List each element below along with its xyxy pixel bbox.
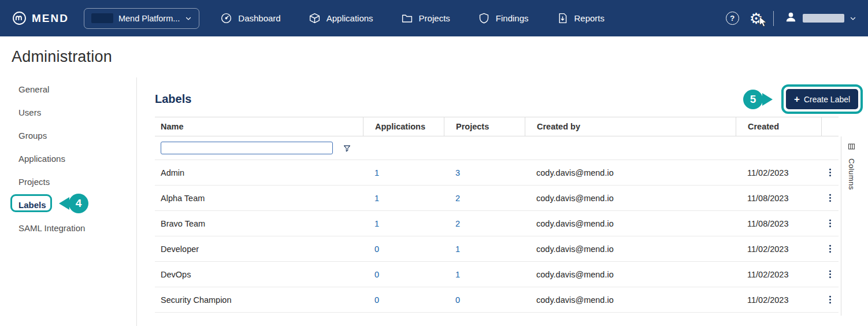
annotation-arrow-left <box>59 197 69 210</box>
created-by: cody.davis@mend.io <box>525 270 736 279</box>
projects-count-link[interactable]: 1 <box>455 270 460 279</box>
redacted-org-name <box>91 13 113 23</box>
label-name: Security Champion <box>155 295 363 305</box>
columns-icon <box>847 142 856 153</box>
applications-count-link[interactable]: 1 <box>374 194 379 203</box>
nav-item-label: Projects <box>419 13 450 23</box>
created-date: 11/02/2023 <box>736 295 821 305</box>
top-navbar: MEND Mend Platform... Dashboard Applicat… <box>0 0 868 36</box>
applications-count-link[interactable]: 0 <box>374 244 379 254</box>
columns-panel-toggle[interactable]: Columns <box>841 136 862 316</box>
applications-count-link[interactable]: 0 <box>374 270 379 279</box>
page-header: Administration <box>0 36 868 77</box>
navbar-right: ? ⚙ <box>726 10 856 26</box>
created-date: 11/02/2023 <box>736 270 821 279</box>
create-label-button[interactable]: + Create Label <box>786 89 858 109</box>
sidebar-item-label: Applications <box>18 154 65 164</box>
row-menu-button[interactable] <box>825 218 835 228</box>
sidebar-item-saml-integration[interactable]: SAML Integration <box>0 216 136 239</box>
org-selector-label: Mend Platform... <box>118 14 180 23</box>
findings-icon <box>478 12 490 24</box>
chevron-down-icon <box>850 15 856 22</box>
sidebar-item-label: SAML Integration <box>18 223 85 233</box>
sidebar-item-applications[interactable]: Applications <box>0 147 136 170</box>
labels-heading: Labels <box>155 92 191 106</box>
projects-count-link[interactable]: 2 <box>455 219 460 228</box>
page-title: Administration <box>12 48 112 66</box>
labels-table: Name Applications Projects Created by Cr… <box>155 117 839 313</box>
label-name: Alpha Team <box>155 194 363 203</box>
sidebar-item-label: Projects <box>18 177 50 187</box>
annotation-arrow-right <box>762 93 773 106</box>
brand-name: MEND <box>32 12 69 25</box>
plus-icon: + <box>794 94 800 104</box>
column-header-created[interactable]: Created <box>736 117 821 136</box>
table-row: Admin 1 3 cody.davis@mend.io 11/02/2023 <box>155 160 839 186</box>
user-icon <box>784 10 797 26</box>
user-menu[interactable] <box>784 10 856 26</box>
row-menu-button[interactable] <box>825 193 835 203</box>
sidebar-item-general[interactable]: General <box>0 77 136 101</box>
sidebar-item-label: Groups <box>18 131 47 140</box>
nav-item-label: Reports <box>574 13 605 23</box>
projects-count-link[interactable]: 2 <box>455 194 460 203</box>
columns-strip-label: Columns <box>847 158 856 190</box>
created-date: 11/08/2023 <box>736 194 821 203</box>
annotation-step-5: 5 <box>743 90 763 109</box>
nav-item-projects[interactable]: Projects <box>401 12 450 24</box>
main-nav: Dashboard Applications Projects Findings <box>220 12 604 24</box>
nav-item-applications[interactable]: Applications <box>309 12 373 24</box>
navbar-divider <box>773 11 774 26</box>
table-row: Developer 0 1 cody.davis@mend.io 11/02/2… <box>155 236 839 262</box>
name-filter-input[interactable] <box>161 142 333 154</box>
row-menu-button[interactable] <box>825 244 835 254</box>
filter-funnel-icon[interactable] <box>343 144 351 153</box>
created-by: cody.davis@mend.io <box>525 219 736 228</box>
label-name: DevOps <box>155 270 363 279</box>
row-menu-button[interactable] <box>825 295 835 305</box>
row-menu-button[interactable] <box>825 269 835 279</box>
column-header-projects[interactable]: Projects <box>444 117 525 136</box>
projects-icon <box>401 12 413 24</box>
created-date: 11/02/2023 <box>736 168 821 177</box>
annotation-step-number: 5 <box>750 93 756 106</box>
label-name: Bravo Team <box>155 219 363 228</box>
sidebar-item-label: Users <box>18 108 41 117</box>
sidebar-item-users[interactable]: Users <box>0 101 136 124</box>
column-header-name[interactable]: Name <box>155 117 363 136</box>
projects-count-link[interactable]: 1 <box>455 244 460 254</box>
nav-item-dashboard[interactable]: Dashboard <box>220 12 280 24</box>
mouse-cursor <box>759 16 767 28</box>
mend-logo-icon <box>12 10 27 26</box>
reports-icon <box>557 12 569 24</box>
created-by: cody.davis@mend.io <box>525 295 736 305</box>
applications-count-link[interactable]: 1 <box>374 168 379 177</box>
annotation-highlight-create-button: + Create Label <box>781 84 863 114</box>
filter-row <box>155 136 839 160</box>
table-row: DevOps 0 1 cody.davis@mend.io 11/02/2023 <box>155 262 839 287</box>
help-button[interactable]: ? <box>726 12 739 25</box>
created-date: 11/02/2023 <box>736 244 821 254</box>
label-name: Admin <box>155 168 363 177</box>
org-selector-dropdown[interactable]: Mend Platform... <box>84 8 199 29</box>
brand[interactable]: MEND <box>12 10 69 26</box>
sidebar-item-projects[interactable]: Projects <box>0 170 136 193</box>
nav-item-reports[interactable]: Reports <box>557 12 605 24</box>
settings-button[interactable]: ⚙ <box>750 11 763 26</box>
column-header-applications[interactable]: Applications <box>363 117 444 136</box>
table-row: Security Champion 0 0 cody.davis@mend.io… <box>155 287 839 313</box>
projects-count-link[interactable]: 0 <box>455 295 460 305</box>
column-header-actions <box>821 117 839 136</box>
row-menu-button[interactable] <box>825 168 835 177</box>
sidebar-item-label: Labels <box>18 200 46 210</box>
nav-item-label: Findings <box>496 13 529 23</box>
table-row: Alpha Team 1 2 cody.davis@mend.io 11/08/… <box>155 186 839 211</box>
nav-item-findings[interactable]: Findings <box>478 12 529 24</box>
applications-count-link[interactable]: 0 <box>374 295 379 305</box>
projects-count-link[interactable]: 3 <box>455 168 460 177</box>
applications-icon <box>309 12 321 24</box>
column-header-created-by[interactable]: Created by <box>525 117 736 136</box>
applications-count-link[interactable]: 1 <box>374 219 379 228</box>
sidebar-item-groups[interactable]: Groups <box>0 124 136 147</box>
create-label-button-label: Create Label <box>804 95 850 104</box>
